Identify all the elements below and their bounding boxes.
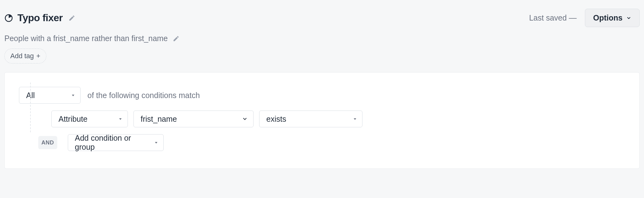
options-button[interactable]: Options bbox=[585, 9, 640, 27]
add-tag-label: Add tag bbox=[10, 52, 34, 60]
description-row: People with a frist_name rather than fir… bbox=[4, 34, 640, 43]
condition-operator-select[interactable]: exists bbox=[259, 111, 362, 127]
condition-children: Attribute frist_name exists bbox=[19, 111, 625, 151]
condition-attribute-select[interactable]: frist_name bbox=[133, 111, 254, 127]
connector-line bbox=[30, 82, 31, 132]
page-title: Typo fixer bbox=[17, 12, 63, 24]
condition-operator-value: exists bbox=[266, 115, 286, 124]
title-wrap: Typo fixer bbox=[4, 12, 75, 24]
triangle-down-icon bbox=[353, 117, 357, 120]
header-actions: Last saved — Options bbox=[529, 9, 640, 27]
condition-type-value: Attribute bbox=[58, 115, 87, 124]
add-condition-select[interactable]: Add condition or group bbox=[68, 134, 164, 151]
edit-title-button[interactable] bbox=[68, 15, 75, 21]
add-condition-label: Add condition or group bbox=[75, 134, 150, 152]
match-row: All of the following conditions match bbox=[19, 87, 625, 104]
match-suffix-text: of the following conditions match bbox=[87, 91, 200, 100]
tags-row: Add tag + bbox=[4, 49, 640, 64]
chevron-down-icon bbox=[626, 16, 631, 21]
last-saved-text: Last saved — bbox=[529, 13, 577, 22]
triangle-down-icon bbox=[72, 94, 75, 97]
description-text: People with a frist_name rather than fir… bbox=[4, 34, 168, 43]
triangle-down-icon bbox=[155, 141, 158, 144]
triangle-down-icon bbox=[119, 117, 122, 120]
page-root: Typo fixer Last saved — Options People w… bbox=[0, 0, 644, 173]
header-row: Typo fixer Last saved — Options bbox=[4, 9, 640, 27]
add-tag-button[interactable]: Add tag + bbox=[4, 49, 46, 64]
options-button-label: Options bbox=[593, 13, 623, 22]
conditions-card: All of the following conditions match At… bbox=[4, 72, 640, 169]
match-mode-select[interactable]: All bbox=[19, 87, 81, 104]
condition-type-select[interactable]: Attribute bbox=[51, 111, 128, 127]
plus-icon: + bbox=[36, 53, 40, 59]
add-condition-row: AND Add condition or group bbox=[25, 134, 625, 151]
connector-and-badge: AND bbox=[38, 136, 57, 149]
condition-row: Attribute frist_name exists bbox=[51, 111, 625, 127]
chevron-down-icon bbox=[242, 116, 248, 122]
segment-icon bbox=[4, 14, 13, 22]
edit-description-button[interactable] bbox=[173, 35, 180, 42]
condition-attribute-value: frist_name bbox=[141, 115, 177, 124]
